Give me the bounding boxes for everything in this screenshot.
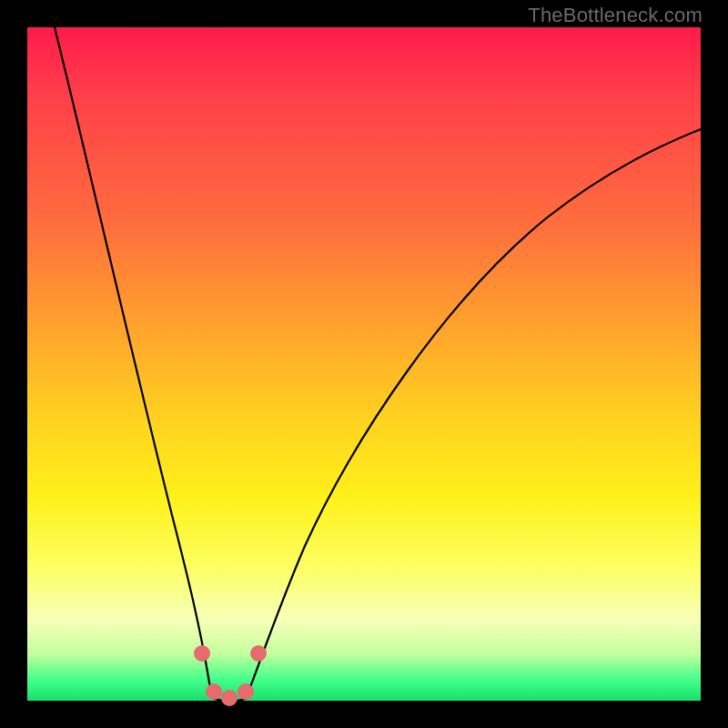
right-branch-curve — [246, 129, 701, 699]
watermark-text: TheBottleneck.com — [528, 4, 703, 27]
right-shoulder-dot — [250, 645, 267, 662]
valley-left-dot — [206, 683, 222, 700]
curve-layer — [27, 27, 701, 701]
left-branch-curve — [55, 27, 214, 699]
valley-right-dot — [238, 683, 254, 700]
valley-mid-dot — [221, 690, 238, 706]
left-shoulder-dot — [194, 645, 210, 662]
plot-area — [27, 27, 701, 701]
chart-frame: TheBottleneck.com — [0, 0, 728, 728]
